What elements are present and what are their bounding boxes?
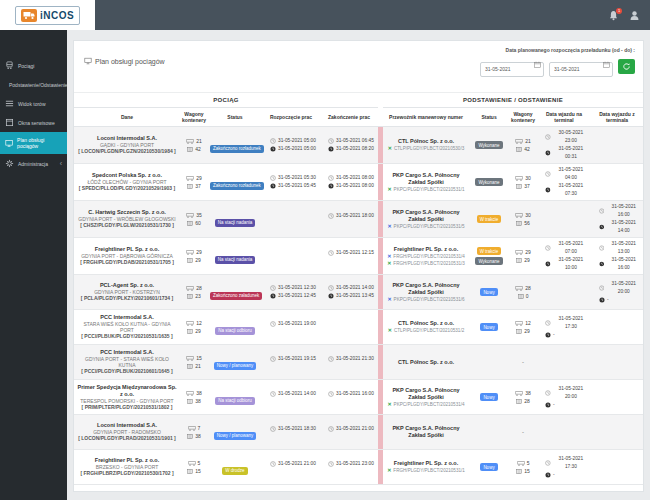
- table-row[interactable]: Loconi Intermodal S.A. GDYNIA PORT - RAD…: [74, 415, 643, 450]
- shunt-code: PKPC/PLGDY/PLBCT/20210531/5: [394, 223, 465, 230]
- wagon-count: 38: [525, 389, 531, 397]
- shunt-number: ✕CTLP/PLGDY/PLBCT/20210530/3: [385, 145, 467, 152]
- page-title: Plan obsługi pociągów: [84, 57, 165, 65]
- train-dane-cell: Freightliner PL Sp. z o.o. BRZESKO - GDY…: [74, 450, 180, 485]
- status-badge: Nowy / planowany: [214, 362, 257, 370]
- shunt-carrier: Freightliner PL Sp. z o.o.: [385, 460, 467, 467]
- cancel-icon[interactable]: ✕: [387, 253, 391, 260]
- container-icon: [187, 294, 193, 299]
- container-count: 15: [195, 467, 201, 475]
- end-planned: 31-05-2021 06:45: [336, 137, 374, 145]
- container-count: 42: [195, 145, 201, 153]
- cancel-icon[interactable]: ✕: [387, 186, 391, 193]
- shunt-carrier: PKP Cargo S.A. Północny Zakład Spółki: [385, 209, 467, 223]
- shunt-wagony-cell: 12 29 -: [509, 310, 537, 345]
- table-row[interactable]: C. Hartwig Szczecin Sp. z o.o. GDYNIA PO…: [74, 201, 643, 238]
- train-dane-cell: C. Hartwig Szczecin Sp. z o.o. GDYNIA PO…: [74, 201, 180, 238]
- table-row[interactable]: Freightliner PL Sp. z o.o. BRZESKO - GDY…: [74, 450, 643, 485]
- clock-planned-icon: [545, 245, 551, 251]
- table-row[interactable]: PCL-Agent Sp. z o.o. GDYNIA PORT - KOSTR…: [74, 275, 643, 310]
- shunt-number: ✕PKPC/PLGDY/PLBCT/20210531/4: [385, 401, 467, 408]
- container-icon: [516, 469, 522, 474]
- clock-planned-icon: [270, 356, 276, 362]
- clock-planned-icon: [328, 175, 334, 181]
- cancel-icon[interactable]: ✕: [387, 296, 391, 303]
- chevron-left-icon[interactable]: ‹: [60, 160, 62, 167]
- table-row[interactable]: PCC Intermodal S.A. GDYNIA PORT - STARA …: [74, 345, 643, 380]
- notifications-button[interactable]: 1: [608, 10, 619, 21]
- wagon-count: 15: [196, 354, 202, 362]
- clock-planned-icon: [270, 138, 276, 144]
- train-end-cell: 31-05-2021 16:00: [320, 380, 378, 415]
- logo-text: iNCOS: [40, 10, 74, 21]
- sidebar-item-plan-obslugi-pociagow[interactable]: Plan obsługi pociągów: [0, 132, 67, 154]
- app-logo[interactable]: iNCOS: [0, 0, 95, 30]
- status-badge: Na stacji nadania: [215, 219, 256, 227]
- col-przewoznik: Przewoźnik manewrowy numer: [383, 108, 469, 127]
- shunt-carrier: CTL Północ Sp. z o.o.: [385, 359, 467, 366]
- status-badge: Na stacji nadania: [215, 256, 256, 264]
- refresh-button[interactable]: [618, 59, 635, 74]
- table-row[interactable]: Freightliner PL Sp. z o.o. GDYNIA PORT -…: [74, 238, 643, 275]
- calendar-icon[interactable]: [603, 61, 610, 68]
- status-badge: Nowy: [480, 323, 497, 331]
- table-row[interactable]: Loconi Intermodal S.A. GĄDKI - GDYNIA PO…: [74, 127, 643, 164]
- table-row[interactable]: PCC Intermodal S.A. STARA WIEŚ KOŁO KUTN…: [74, 310, 643, 345]
- start-planned: 31-05-2021 14:00: [278, 390, 316, 398]
- train-code: [ PCCI/PLGDY/PLBUK/20210601/1645 ]: [76, 368, 178, 375]
- train-end-cell: 31-05-2021 18:00: [320, 201, 378, 238]
- cancel-icon[interactable]: ✕: [387, 223, 391, 230]
- shunt-code: PKPC/PLGDY/PLBCT/20210531/6: [394, 296, 465, 303]
- sidebar-item-pociagi[interactable]: Pociągi: [0, 56, 67, 75]
- status-badge: Zakończono załadunek: [210, 292, 262, 300]
- calendar-icon[interactable]: [534, 61, 541, 68]
- group-header-podstawienie: PODSTAWIENIE / ODSTAWIENIE: [383, 93, 643, 108]
- refresh-icon: [622, 62, 631, 71]
- cancel-icon[interactable]: ✕: [388, 327, 392, 334]
- container-icon: [187, 434, 193, 439]
- tracks-icon: [5, 99, 14, 108]
- col-wjazd: Data wjazdu na terminal: [537, 108, 591, 127]
- status-badge: Na stacji odbioru: [215, 327, 255, 335]
- shunt-carrier: PKP Cargo S.A. Północny Zakład Spółki: [385, 172, 467, 186]
- wagon-count: 29: [196, 174, 202, 182]
- sidebar-item-administracja[interactable]: Administracja ‹: [0, 154, 67, 173]
- shunt-arrival-cell: 30-05-2021 23:00 31-05-2021 00:31: [537, 127, 591, 164]
- shunt-number: ✕PKPC/PLGDY/PLBCT/20210531/5: [385, 223, 467, 230]
- shunt-arrival-cell: [537, 201, 591, 238]
- table-row[interactable]: Primer Spedycja Międzynarodowa Sp. z o.o…: [74, 380, 643, 415]
- train-status-cell: Na stacji nadania: [208, 201, 262, 238]
- cancel-icon[interactable]: ✕: [387, 467, 391, 474]
- shunt-wagony-cell: 38 28 -: [509, 380, 537, 415]
- shunt-carrier-cell: Freightliner PL Sp. z o.o. ✕FRGH/PLGDY/P…: [383, 238, 469, 275]
- cancel-icon[interactable]: ✕: [387, 260, 391, 267]
- shunt-arrival-cell: 31-05-2021 07:00 31-05-2021 10:00: [537, 238, 591, 275]
- clock-planned-icon: [328, 138, 334, 144]
- main-content: Plan obsługi pociągów Data planowanego r…: [67, 30, 650, 500]
- sidebar-item-widok-torow[interactable]: Widok torów: [0, 94, 67, 113]
- shunt-number: ✕FRGH/PLGDY/PLBCT/20210531/3: [385, 260, 467, 267]
- container-icon: [187, 221, 193, 226]
- train-company: Spedcont Polska Sp. z o.o.: [76, 172, 178, 179]
- status-badge: Nowy: [480, 463, 497, 471]
- start-actual: 31-05-2021 12:45: [278, 292, 316, 300]
- container-icon: [518, 294, 524, 299]
- user-icon[interactable]: [629, 10, 640, 21]
- sidebar-item-podstawienie-odstawienie[interactable]: Podstawienie/Odstawienie: [0, 75, 67, 94]
- shunt-departure-cell: [591, 345, 643, 380]
- clock-actual-icon: [599, 224, 604, 230]
- shunt-number: ✕FRGH/PLGDY/PLBCT/20210531/1: [385, 467, 467, 474]
- container-icon: [187, 184, 193, 189]
- cancel-icon[interactable]: ✕: [388, 145, 392, 152]
- clock-planned-icon: [328, 285, 334, 291]
- col-wyjazd: Data wyjazdu z terminala: [591, 108, 643, 127]
- clock-actual-icon: [545, 472, 551, 478]
- arrival-actual: -: [553, 401, 555, 409]
- col-wagony2: Wagony kontenery: [509, 108, 537, 127]
- train-route: STARA WIEŚ KOŁO KUTNA - GDYNIA PORT: [76, 321, 178, 333]
- shunt-code: FRGH/PLGDY/PLBCT/20210531/1: [393, 467, 465, 474]
- wagon-icon: [515, 286, 523, 291]
- table-row[interactable]: Spedcont Polska Sp. z o.o. ŁÓDŹ OLECHÓW …: [74, 164, 643, 201]
- sidebar-item-okna-serwisowe[interactable]: Okna serwisowe: [0, 113, 67, 132]
- cancel-icon[interactable]: ✕: [387, 401, 391, 408]
